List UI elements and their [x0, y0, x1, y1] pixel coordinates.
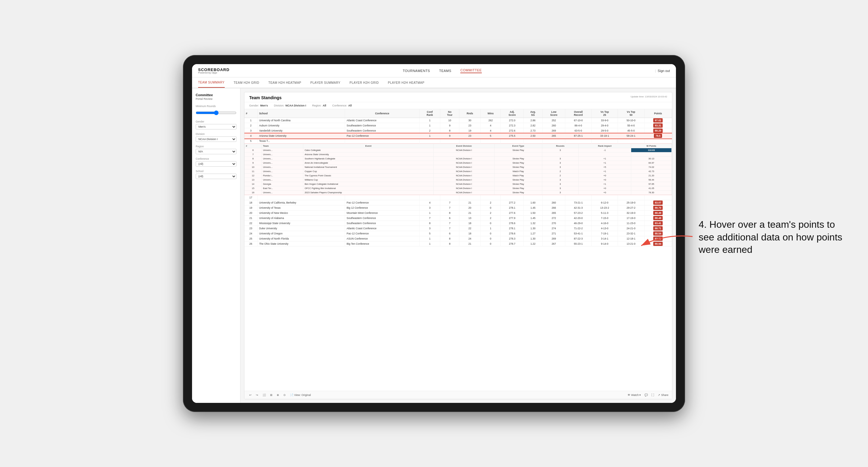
- nav-tournaments[interactable]: TOURNAMENTS: [403, 69, 430, 72]
- col-avg-sg: Avg.SG: [524, 109, 542, 118]
- table-wrapper: # School Conference ConfRank NoTour Rnds…: [244, 109, 672, 391]
- inner-table-row[interactable]: 13Univers...Williams CupNCAA Division IS…: [245, 178, 672, 182]
- table-row[interactable]: 1 University of North Carolina Atlantic …: [244, 118, 672, 123]
- expanded-row-header: # Team Event Event Division Event Type R…: [244, 144, 672, 195]
- subnav-player-h2h-heatmap[interactable]: PLAYER H2H HEATMAP: [388, 77, 425, 88]
- table-row-highlighted[interactable]: 4 Arizona State University Pac-12 Confer…: [244, 133, 672, 138]
- cell-conf: Pac-12 Conference: [345, 133, 420, 138]
- subnav-team-h2h-grid[interactable]: TEAM H2H GRID: [234, 77, 259, 88]
- inner-table-row[interactable]: 7Univers...Arizona State University: [245, 152, 672, 157]
- inner-table-row[interactable]: 6Univers...Cabo CollegiateNCAA Division …: [245, 148, 672, 152]
- cell-wins: [480, 138, 501, 144]
- col-rank: #: [244, 109, 257, 118]
- subnav-player-h2h-grid[interactable]: PLAYER H2H GRID: [350, 77, 379, 88]
- filter-label-min-rounds: Minimum Rounds: [196, 105, 237, 108]
- col-points: Points: [644, 109, 672, 118]
- col-wins: Wins: [480, 109, 501, 118]
- subnav-team-h2h-heatmap[interactable]: TEAM H2H HEATMAP: [268, 77, 301, 88]
- table-row[interactable]: 21 University of Alabama Southeastern Co…: [244, 216, 672, 221]
- grid-btn[interactable]: ⊞: [269, 393, 274, 397]
- inner-table-row[interactable]: 10Univers...National Invitational Tourna…: [245, 165, 672, 169]
- cell-rank: 2: [244, 123, 257, 128]
- table-row[interactable]: 26 The Ohio State University Big Ten Con…: [244, 241, 672, 247]
- cell-points[interactable]: 88.20: [644, 128, 672, 133]
- cell-overall: [565, 138, 592, 144]
- inner-table-row[interactable]: 12Florida I...The Cypress Point ClassicN…: [245, 174, 672, 178]
- cell-top50: 50-10-0: [618, 118, 644, 123]
- toolbar-right: 👁 Watch ▾ 💬 ⛶ ↗ Share: [627, 394, 669, 397]
- table-row[interactable]: 24 University of Oregon Pac-12 Conferenc…: [244, 231, 672, 236]
- table-row[interactable]: 3 Vanderbilt University Southeastern Con…: [244, 128, 672, 133]
- sub-nav: TEAM SUMMARY TEAM H2H GRID TEAM H2H HEAT…: [192, 77, 676, 88]
- cell-school: Vanderbilt University: [257, 128, 345, 133]
- inner-col-team: Team: [261, 144, 303, 148]
- table-row[interactable]: 19 University of Texas Big 12 Conference…: [244, 206, 672, 211]
- cell-top50: [618, 138, 644, 144]
- school-select[interactable]: (All): [196, 174, 237, 179]
- inner-col-event: Event: [303, 144, 434, 148]
- table-row[interactable]: 2 Auburn University Southeastern Confere…: [244, 123, 672, 128]
- watch-btn[interactable]: 👁 Watch ▾: [627, 394, 641, 397]
- clock-btn[interactable]: ⊙: [282, 393, 287, 397]
- feedback-btn[interactable]: 💬: [645, 394, 648, 397]
- standings-table: # School Conference ConfRank NoTour Rnds…: [244, 109, 672, 247]
- region-select[interactable]: N/A All: [196, 149, 237, 154]
- table-row[interactable]: 23 Duke University Atlantic Coast Confer…: [244, 226, 672, 231]
- table-row[interactable]: 20 University of New Mexico Mountain Wes…: [244, 211, 672, 216]
- subnav-player-summary[interactable]: PLAYER SUMMARY: [310, 77, 340, 88]
- report-title: Team Standings: [249, 95, 282, 100]
- copy-btn[interactable]: ⬜: [261, 393, 267, 397]
- cell-points[interactable]: [644, 138, 672, 144]
- inner-table-row[interactable]: 16Univers...2023 Sahalee Players Champio…: [245, 191, 672, 195]
- conference-select[interactable]: (All): [196, 161, 237, 167]
- cell-tour: 9: [440, 123, 459, 128]
- cell-wins: 4: [480, 123, 501, 128]
- inner-table-row[interactable]: 15East Ter...OFCC Fighting Illini Invita…: [245, 186, 672, 191]
- inner-table-row[interactable]: 8Univers...Southern Highlands Collegiate…: [245, 157, 672, 161]
- cell-tour: 10: [440, 118, 459, 123]
- inner-col-wpoints: W Points: [631, 144, 672, 148]
- cell-overall: 67-10-0: [565, 118, 592, 123]
- cell-rank: 5: [244, 138, 257, 144]
- table-row[interactable]: 17: [244, 195, 672, 200]
- inner-table-row[interactable]: 9Univers...Amer.An IntercollegiateNCAA D…: [245, 161, 672, 165]
- cell-avgsg: 2.82: [524, 123, 542, 128]
- cell-conf: Atlantic Coast Conference: [345, 118, 420, 123]
- edit-btn[interactable]: ⊕: [276, 393, 280, 397]
- view-original-btn[interactable]: 📄 View: Original: [289, 393, 312, 397]
- col-low-score: LowScore: [542, 109, 565, 118]
- cell-school: Auburn University: [257, 123, 345, 128]
- cell-low: [542, 138, 565, 144]
- cell-low: 265: [542, 133, 565, 138]
- subnav-team-summary[interactable]: TEAM SUMMARY: [198, 77, 225, 88]
- undo-btn[interactable]: ↩: [248, 393, 253, 397]
- table-row[interactable]: 25 University of North Florida ASUN Conf…: [244, 236, 672, 241]
- top-nav: SCOREBOARD Powered by clippi TOURNAMENTS…: [192, 64, 676, 77]
- update-time-area: Update time: 13/03/2024 10:03:42: [630, 95, 667, 98]
- nav-teams[interactable]: TEAMS: [439, 69, 451, 72]
- toolbar-left: ↩ ↪ ⬜ ⊞ ⊕ ⊙ 📄 View: Original: [248, 393, 312, 397]
- gender-select[interactable]: Men's Women's: [196, 124, 237, 129]
- cell-points[interactable]: 97.02: [644, 118, 672, 123]
- table-row[interactable]: 5 Texas T...: [244, 138, 672, 144]
- table-row[interactable]: 22 Mississippi State University Southeas…: [244, 221, 672, 226]
- inner-table-row[interactable]: 14GeorgiaBen Hogan Collegiate Invitation…: [245, 182, 672, 186]
- share-btn[interactable]: ↗ Share: [658, 394, 669, 397]
- sign-out-link[interactable]: Sign out: [658, 69, 670, 72]
- cell-adj: 272.6: [501, 128, 524, 133]
- filter-label-gender: Gender: [196, 120, 237, 123]
- cell-low: 252: [542, 118, 565, 123]
- min-rounds-input[interactable]: [196, 110, 237, 116]
- table-row[interactable]: 18 University of California, Berkeley Pa…: [244, 200, 672, 206]
- nav-committee[interactable]: COMMITTEE: [460, 68, 482, 73]
- cell-points[interactable]: 78.5: [644, 133, 672, 138]
- filter-label-region: Region: [196, 145, 237, 148]
- inner-table-row[interactable]: 11Univers...Copper CupNCAA Division IMat…: [245, 169, 672, 174]
- redo-btn[interactable]: ↪: [255, 393, 259, 397]
- cell-top25: 33-19-1: [592, 133, 618, 138]
- cell-top50: 55-4-0: [618, 123, 644, 128]
- fullscreen-btn[interactable]: ⛶: [651, 394, 654, 397]
- division-select[interactable]: NCAA Division I NCAA Division II NCAA Di…: [196, 136, 237, 142]
- cell-points[interactable]: 93.31: [644, 123, 672, 128]
- cell-conf: Southeastern Conference: [345, 123, 420, 128]
